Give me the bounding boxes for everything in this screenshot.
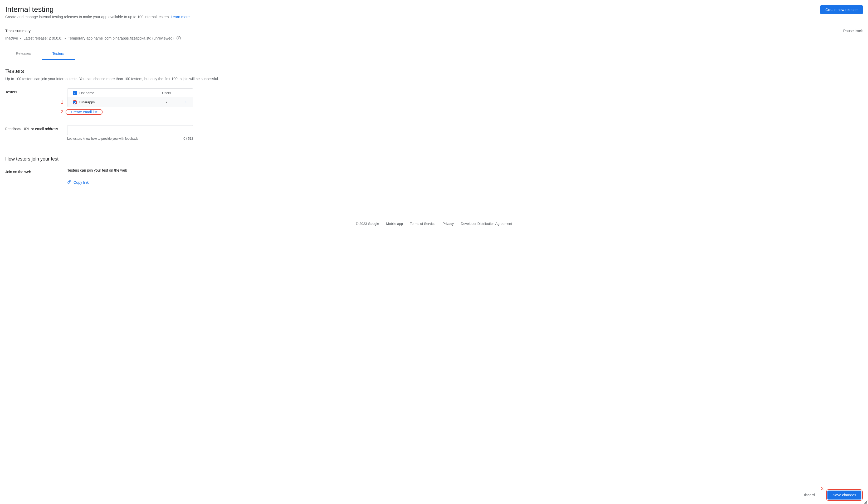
callout-number-1: 1 — [61, 100, 63, 105]
tab-releases[interactable]: Releases — [5, 48, 42, 60]
learn-more-link[interactable]: Learn more — [171, 15, 190, 19]
footer-copyright: © 2023 Google — [356, 222, 379, 226]
track-summary-label: Track summary — [5, 29, 31, 33]
divider — [5, 24, 863, 24]
create-release-button[interactable]: Create new release — [820, 5, 863, 14]
help-icon[interactable]: ? — [177, 36, 181, 40]
join-web-label: Join on the web — [5, 168, 67, 185]
footer: © 2023 Google · Mobile app · Terms of Se… — [5, 222, 863, 226]
copy-link-label: Copy link — [73, 180, 89, 185]
row-checkbox[interactable]: ✓ — [73, 100, 77, 104]
track-temp-name: Temporary app name 'com.binarapps.fiszap… — [68, 36, 174, 40]
col-list-name: List name — [79, 91, 153, 95]
testers-heading: Testers — [5, 68, 863, 75]
footer-privacy[interactable]: Privacy — [442, 222, 454, 226]
footer-dda[interactable]: Developer Distribution Agreement — [461, 222, 512, 226]
feedback-counter: 0 / 512 — [183, 137, 193, 141]
feedback-hint: Let testers know how to provide you with… — [67, 137, 138, 141]
row-name: Binarapps — [79, 100, 153, 104]
separator-dot: • — [20, 36, 21, 40]
testers-label: Testers — [5, 88, 67, 115]
create-email-list-button[interactable]: Create email list — [66, 107, 102, 117]
feedback-label: Feedback URL or email address — [5, 125, 67, 141]
col-users: Users — [153, 91, 180, 95]
feedback-input[interactable] — [67, 125, 193, 135]
tester-table-header: ✓ List name Users — [68, 89, 193, 97]
separator-dot: • — [64, 36, 66, 40]
tabs: Releases Testers — [5, 48, 863, 60]
track-info: Inactive • Latest release: 2 (0.0.0) • T… — [5, 36, 863, 40]
track-latest: Latest release: 2 (0.0.0) — [23, 36, 62, 40]
tab-testers[interactable]: Testers — [42, 48, 75, 60]
how-join-heading: How testers join your test — [5, 156, 863, 162]
select-all-checkbox[interactable]: ✓ — [73, 91, 77, 95]
page-subtitle: Create and manage internal testing relea… — [5, 15, 190, 19]
subtitle-text: Create and manage internal testing relea… — [5, 15, 170, 19]
testers-desc: Up to 100 testers can join your internal… — [5, 77, 863, 81]
page-title: Internal testing — [5, 5, 190, 14]
row-users: 2 — [153, 100, 180, 104]
tester-table: ✓ List name Users 1 ✓ Binarapps 2 → — [67, 88, 193, 107]
pause-track-button[interactable]: Pause track — [843, 29, 863, 33]
footer-terms[interactable]: Terms of Service — [410, 222, 436, 226]
table-row: 1 ✓ Binarapps 2 → — [68, 97, 193, 107]
join-web-desc: Testers can join your test on the web — [67, 168, 193, 172]
footer-mobile-app[interactable]: Mobile app — [386, 222, 403, 226]
link-icon — [67, 180, 71, 185]
track-status: Inactive — [5, 36, 18, 40]
arrow-right-icon[interactable]: → — [180, 99, 190, 105]
callout-number-2: 2 — [61, 110, 63, 114]
copy-link-button[interactable]: Copy link — [67, 180, 89, 185]
